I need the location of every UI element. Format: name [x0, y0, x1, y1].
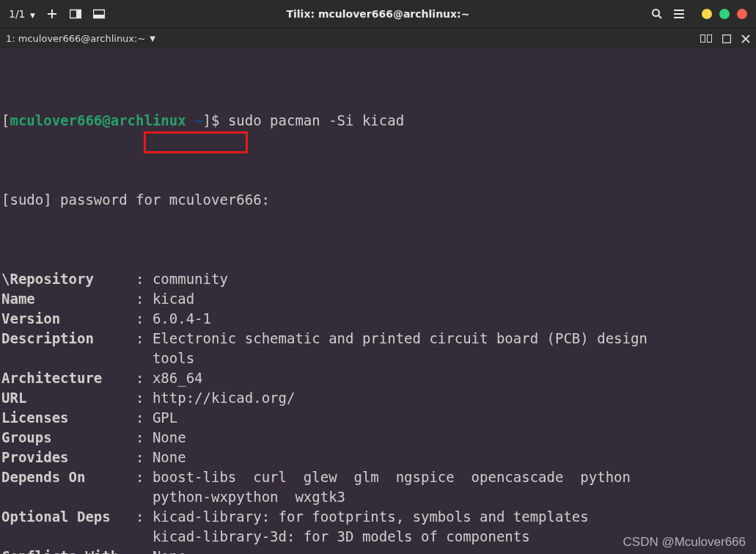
watermark: CSDN @Mculover666	[623, 535, 746, 550]
pkg-field-label: URL	[1, 390, 136, 406]
session-tabbar: 1: mculover666@archlinux:~ ▼	[0, 28, 756, 48]
pkg-field-row: Optional Deps : kicad-library: for footp…	[0, 507, 756, 527]
pkg-field-label: \Repository	[1, 271, 136, 287]
svg-point-4	[653, 10, 659, 16]
session-tab[interactable]: 1: mculover666@archlinux:~ ▼	[6, 33, 155, 44]
pkg-field-label	[1, 350, 136, 366]
pkg-field-value: community	[153, 271, 228, 287]
pkg-field-row: Licenses : GPL	[0, 408, 756, 428]
close-button[interactable]	[737, 9, 747, 19]
pkg-field-label	[1, 528, 136, 544]
pkg-field-value: None	[153, 449, 186, 465]
pkg-field-label: Groups	[1, 429, 136, 445]
prompt-cwd: ~	[194, 112, 202, 128]
pkg-field-label: Depends On	[1, 469, 136, 485]
pkg-field-label	[1, 489, 136, 505]
readonly-icon[interactable]	[700, 34, 712, 43]
pkg-field-row: Version : 6.0.4-1	[0, 309, 756, 329]
pkg-field-label: Conflicts With	[1, 548, 136, 554]
new-tab-icon[interactable]	[45, 7, 59, 21]
pkg-field-label: Licenses	[1, 409, 136, 426]
pkg-field-row: Architecture : x86_64	[0, 368, 756, 388]
pkg-field-label: Provides	[1, 449, 136, 465]
close-pane-icon[interactable]	[741, 34, 750, 43]
command: sudo pacman -Si kicad	[228, 112, 404, 128]
sudo-prompt: [sudo] password for mculover666:	[0, 190, 756, 210]
hamburger-icon[interactable]	[672, 7, 686, 21]
titlebar: 1/1 ▼ Tilix: mculover666@archlinux:~	[0, 0, 756, 28]
pkg-field-label: Version	[1, 310, 136, 327]
pkg-field-label: Description	[1, 330, 136, 346]
split-down-icon[interactable]	[92, 7, 106, 21]
chevron-down-icon[interactable]: ▼	[150, 34, 155, 43]
pkg-field-row: \Repository : community	[0, 269, 756, 289]
pkg-field-value: x86_64	[153, 370, 203, 386]
svg-rect-1	[76, 10, 81, 18]
pkg-field-row: tools	[0, 349, 756, 368]
pkg-field-value: kicad	[153, 291, 194, 307]
svg-rect-3	[94, 15, 104, 18]
pkg-field-value: GPL	[153, 409, 177, 426]
pane-counter[interactable]: 1/1 ▼	[9, 8, 35, 20]
pkg-field-value: kicad-library-3d: for 3D models of compo…	[153, 528, 530, 544]
split-right-icon[interactable]	[69, 7, 82, 21]
pkg-field-row: Groups : None	[0, 428, 756, 448]
pkg-field-row: Provides : None	[0, 448, 756, 467]
pkg-field-row: Name : kicad	[0, 289, 756, 309]
pkg-field-value: 6.0.4-1	[153, 310, 211, 327]
pkg-field-row: URL : http://kicad.org/	[0, 388, 756, 408]
maximize-button[interactable]	[719, 9, 730, 19]
pkg-field-value: http://kicad.org/	[153, 390, 295, 406]
pkg-field-value: kicad-library: for footprints, symbols a…	[153, 509, 589, 525]
maximize-pane-icon[interactable]	[722, 34, 731, 43]
minimize-button[interactable]	[702, 9, 712, 19]
window-title: Tilix: mculover666@archlinux:~	[106, 8, 650, 20]
pkg-field-row: python-wxpython wxgtk3	[0, 487, 756, 507]
svg-rect-5	[701, 34, 705, 42]
pkg-field-value: boost-libs curl glew glm ngspice opencas…	[153, 469, 631, 485]
pkg-field-row: Depends On : boost-libs curl glew glm ng…	[0, 467, 756, 487]
pkg-field-value: None	[153, 548, 186, 554]
search-icon[interactable]	[650, 7, 664, 21]
terminal[interactable]: [mculover666@archlinux ~]$ sudo pacman -…	[0, 48, 756, 554]
svg-rect-7	[723, 34, 731, 43]
version-highlight	[144, 131, 248, 153]
svg-rect-6	[708, 34, 712, 42]
prompt-userhost: mculover666@archlinux	[10, 112, 186, 128]
pkg-field-label: Architecture	[1, 370, 136, 386]
pkg-field-value: python-wxpython wxgtk3	[153, 489, 345, 505]
pkg-field-label: Optional Deps	[1, 509, 136, 525]
prompt-line: [mculover666@archlinux ~]$ sudo pacman -…	[0, 111, 756, 131]
pkg-field-value: Electronic schematic and printed circuit…	[153, 330, 647, 346]
pkg-field-label: Name	[1, 291, 136, 307]
pkg-field-value: tools	[153, 350, 194, 366]
pkg-field-row: Description : Electronic schematic and p…	[0, 329, 756, 349]
pkg-field-value: None	[153, 429, 186, 445]
